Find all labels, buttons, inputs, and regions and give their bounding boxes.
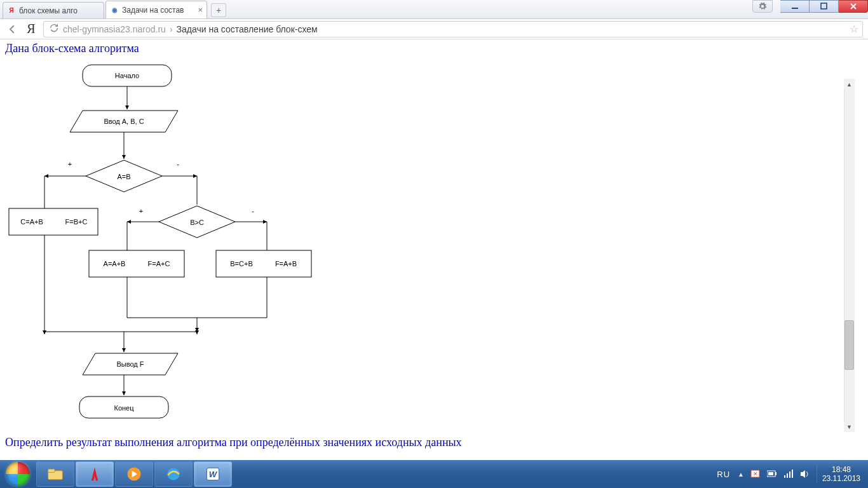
tab-close-icon[interactable]: × bbox=[198, 5, 203, 15]
maximize-button[interactable] bbox=[810, 0, 839, 13]
svg-text:Вывод F: Вывод F bbox=[116, 360, 144, 368]
svg-text:+: + bbox=[139, 207, 143, 215]
windows-taskbar: W RU ▲ ✕ 18:48 23.11.2013 bbox=[0, 460, 868, 488]
windows-orb-icon bbox=[6, 462, 30, 486]
svg-rect-61 bbox=[792, 470, 793, 478]
svg-text:-: - bbox=[177, 160, 179, 168]
tab-active[interactable]: ◉ Задачи на состав × bbox=[105, 1, 207, 18]
scroll-up-icon[interactable]: ▲ bbox=[844, 79, 855, 90]
window-controls bbox=[752, 0, 868, 13]
address-field[interactable]: chel-gymnasia23.narod.ru › Задачи на сос… bbox=[43, 21, 863, 37]
minimize-button[interactable] bbox=[780, 0, 810, 13]
svg-rect-56 bbox=[775, 472, 776, 475]
settings-button[interactable] bbox=[752, 0, 773, 13]
clock-date: 23.11.2013 bbox=[822, 474, 860, 483]
address-bar: Я chel-gymnasia23.narod.ru › Задачи на с… bbox=[0, 19, 868, 39]
url-title: Задачи на составление блок-схем bbox=[177, 24, 318, 34]
svg-rect-57 bbox=[768, 472, 773, 475]
battery-icon[interactable] bbox=[767, 469, 777, 479]
flowchart-diagram: Начало Ввод A, B, C A=B + - C=A+B F=B+C … bbox=[0, 58, 330, 460]
svg-rect-0 bbox=[792, 8, 798, 9]
svg-rect-59 bbox=[787, 473, 788, 478]
start-button[interactable] bbox=[0, 460, 36, 488]
clock-time: 18:48 bbox=[822, 465, 860, 474]
svg-text:-: - bbox=[252, 207, 254, 215]
taskbar-word[interactable]: W bbox=[194, 461, 232, 487]
scrollbar-thumb[interactable] bbox=[844, 320, 854, 370]
back-button[interactable] bbox=[5, 22, 19, 36]
tab-title: Задачи на состав bbox=[122, 6, 194, 15]
vertical-scrollbar[interactable]: ▲ ▼ bbox=[844, 79, 855, 432]
yandex-home-button[interactable]: Я bbox=[24, 22, 38, 36]
system-tray: RU ▲ ✕ 18:48 23.11.2013 bbox=[714, 460, 868, 488]
action-center-icon[interactable]: ✕ bbox=[750, 469, 761, 479]
svg-text:B>C: B>C bbox=[190, 219, 204, 226]
taskbar-yandex-browser[interactable] bbox=[76, 461, 114, 487]
svg-text:+: + bbox=[68, 160, 72, 168]
svg-rect-60 bbox=[789, 471, 790, 478]
svg-text:Ввод A, B, C: Ввод A, B, C bbox=[104, 118, 144, 125]
taskbar-media-player[interactable] bbox=[115, 461, 153, 487]
svg-text:A=B: A=B bbox=[117, 173, 130, 180]
window-close-button[interactable] bbox=[839, 0, 868, 13]
svg-text:F=B+C: F=B+C bbox=[65, 218, 88, 226]
taskbar-explorer[interactable] bbox=[36, 461, 74, 487]
svg-rect-1 bbox=[821, 3, 827, 9]
svg-text:C=A+B: C=A+B bbox=[20, 218, 43, 226]
new-tab-button[interactable]: + bbox=[211, 3, 226, 17]
svg-text:✕: ✕ bbox=[753, 471, 758, 477]
language-indicator[interactable]: RU bbox=[717, 470, 730, 479]
taskbar-internet-explorer[interactable] bbox=[154, 461, 193, 487]
svg-text:Начало: Начало bbox=[115, 72, 139, 79]
svg-rect-58 bbox=[784, 475, 785, 478]
tab-inactive-0[interactable]: Я блок схемы алго bbox=[3, 2, 104, 18]
url-domain: chel-gymnasia23.narod.ru bbox=[63, 24, 166, 34]
svg-text:F=A+B: F=A+B bbox=[275, 260, 297, 268]
page-viewport: Дана блок-схема алгоритма Начало Ввод A,… bbox=[0, 39, 855, 460]
page-heading-1: Дана блок-схема алгоритма bbox=[0, 39, 855, 58]
favicon-page: ◉ bbox=[110, 6, 119, 15]
browser-tabstrip: Я блок схемы алго ◉ Задачи на состав × + bbox=[0, 0, 868, 19]
network-icon[interactable] bbox=[783, 469, 794, 479]
svg-rect-48 bbox=[48, 469, 55, 472]
page-heading-2: Определить результат выполнения алгоритм… bbox=[0, 433, 467, 452]
taskbar-clock[interactable]: 18:48 23.11.2013 bbox=[817, 465, 865, 483]
svg-text:W: W bbox=[209, 470, 218, 479]
svg-text:F=A+C: F=A+C bbox=[148, 260, 170, 268]
favicon-yandex: Я bbox=[7, 6, 16, 15]
bookmark-star-icon[interactable]: ☆ bbox=[850, 23, 858, 35]
tab-title: блок схемы алго bbox=[19, 6, 100, 15]
scroll-down-icon[interactable]: ▼ bbox=[844, 421, 855, 432]
svg-text:B=C+B: B=C+B bbox=[230, 260, 252, 268]
breadcrumb-separator: › bbox=[170, 24, 173, 34]
volume-icon[interactable] bbox=[800, 469, 810, 479]
reload-icon[interactable] bbox=[49, 23, 59, 35]
svg-text:A=A+B: A=A+B bbox=[104, 260, 126, 268]
tray-overflow-icon[interactable]: ▲ bbox=[738, 471, 744, 478]
svg-text:Конец: Конец bbox=[114, 404, 134, 412]
